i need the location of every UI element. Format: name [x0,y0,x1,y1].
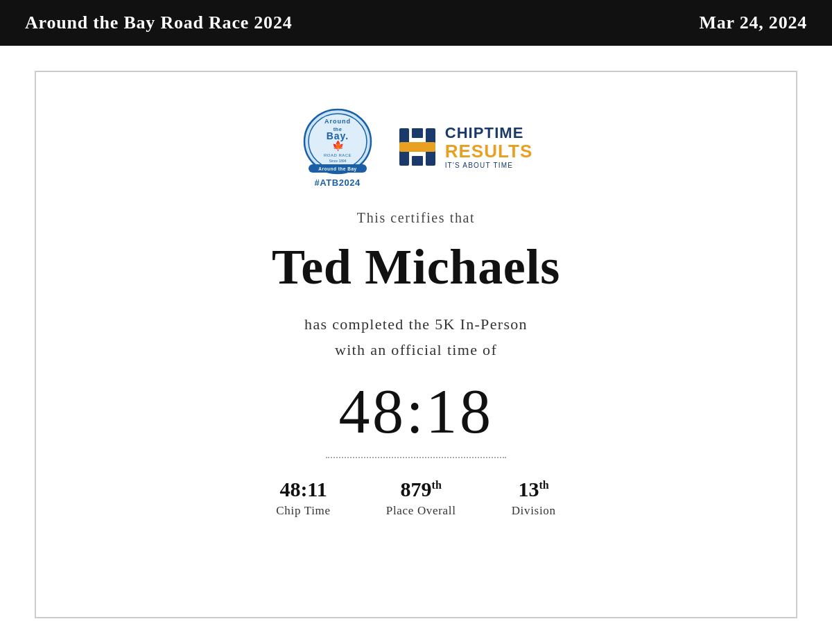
svg-text:🍁: 🍁 [331,140,344,152]
page-header: Around the Bay Road Race 2024 Mar 24, 20… [0,0,832,46]
svg-text:ROAD RACE: ROAD RACE [324,153,352,157]
chiptime-logo: CHIPTIME RESULTS IT'S ABOUT TIME [397,123,533,171]
completed-text: has completed the 5K In-Person with an o… [304,311,528,363]
chiptime-tagline: IT'S ABOUT TIME [445,162,533,169]
svg-text:Bay.: Bay. [326,130,349,141]
atb-logo: Around the Bay. 🍁 ROAD RACE Since 1894 A… [300,105,376,188]
place-overall-stat: 879th Place Overall [386,479,456,518]
completed-line1: has completed the 5K In-Person [304,315,528,333]
chip-time-stat: 48:11 Chip Time [276,479,330,518]
header-date: Mar 24, 2024 [700,12,807,33]
logos-row: Around the Bay. 🍁 ROAD RACE Since 1894 A… [300,105,533,188]
svg-text:Around the Bay: Around the Bay [318,166,356,172]
svg-text:Since 1894: Since 1894 [329,159,346,163]
division-label: Division [512,504,556,518]
chiptime-top-text: CHIPTIME [445,124,533,142]
svg-rect-14 [412,156,423,166]
completed-line2: with an official time of [335,341,497,358]
svg-text:Around: Around [324,118,351,125]
chiptime-logo-svg [397,123,438,171]
chip-time-value: 48:11 [279,479,327,500]
place-overall-value: 879th [401,479,442,500]
header-title: Around the Bay Road Race 2024 [25,12,292,33]
divider [326,457,506,458]
svg-rect-12 [399,142,435,152]
chiptime-text-block: CHIPTIME RESULTS IT'S ABOUT TIME [445,124,533,169]
chiptime-results-text: RESULTS [445,142,533,160]
atb-logo-svg: Around the Bay. 🍁 ROAD RACE Since 1894 A… [300,105,376,175]
division-value: 13th [519,479,549,500]
chip-time-label: Chip Time [276,504,330,518]
certifies-text: This certifies that [357,210,475,226]
official-time: 48:18 [338,376,493,447]
athlete-name: Ted Michaels [272,238,560,296]
svg-rect-13 [412,128,423,138]
atb-hashtag: #ATB2024 [315,177,361,188]
division-stat: 13th Division [512,479,556,518]
place-overall-label: Place Overall [386,504,456,518]
certificate-card: Around the Bay. 🍁 ROAD RACE Since 1894 A… [35,71,797,618]
stats-row: 48:11 Chip Time 879th Place Overall 13th… [276,479,555,518]
